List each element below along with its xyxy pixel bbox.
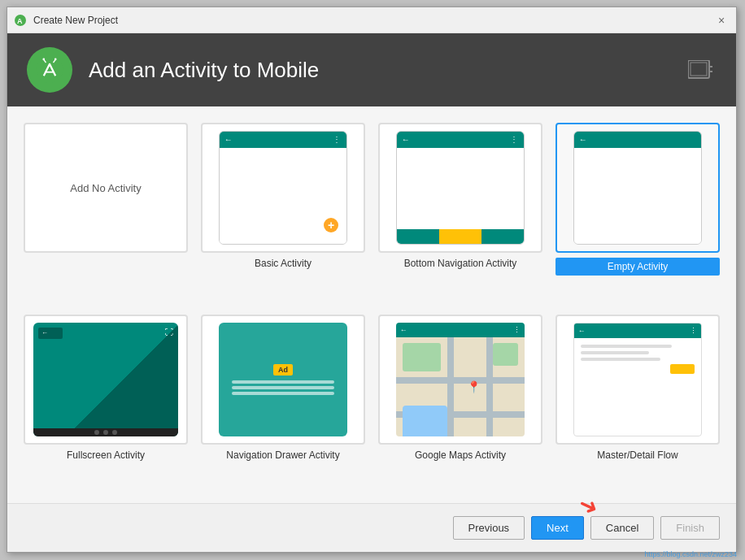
tablet-icon <box>684 54 717 86</box>
basic-activity-label: Basic Activity <box>251 258 315 269</box>
app-icon: A <box>14 14 27 27</box>
finish-button[interactable]: Finish <box>660 516 720 540</box>
empty-activity-item[interactable]: ← Empty Activity <box>555 123 720 302</box>
bottom-bar <box>33 428 178 436</box>
road-h1 <box>396 377 525 384</box>
detail-mock: ← ⋮ <box>573 323 702 436</box>
cancel-button[interactable]: Cancel <box>590 516 654 540</box>
bottom-nav-topbar: ← ⋮ <box>397 132 524 148</box>
fullscreen-label: Fullscreen Activity <box>63 449 148 461</box>
empty-activity-label: Empty Activity <box>555 258 720 276</box>
back-arrow4-icon: ← <box>41 329 48 336</box>
bottom-nav-item[interactable]: ← ⋮ Bottom Navigation Activity <box>378 123 542 302</box>
fab-button: + <box>324 218 338 232</box>
map-green-1 <box>403 343 442 371</box>
bnav-item-2 <box>439 229 481 244</box>
detail-line-1 <box>581 345 672 348</box>
nav-drawer-preview: Ad <box>201 315 365 445</box>
footer: ➜ Previous Next Cancel Finish <box>7 503 736 552</box>
back-arrow2-icon: ← <box>402 135 410 144</box>
no-activity-item[interactable]: Add No Activity <box>24 123 188 302</box>
fullscreen-mock: ← ⛶ <box>33 323 178 436</box>
content-area: Add No Activity ← ⋮ + <box>7 106 736 503</box>
fullscreen-body <box>33 323 178 436</box>
basic-body: + <box>220 148 346 244</box>
nav-drawer-label: Navigation Drawer Activity <box>223 449 342 461</box>
basic-phone-mock: ← ⋮ + <box>219 131 347 245</box>
header: Add an Activity to Mobile <box>7 33 736 106</box>
svg-point-7 <box>54 59 57 61</box>
android-logo <box>27 47 72 93</box>
detail-topbar: ← ⋮ <box>574 323 701 338</box>
bottom-nav-phone: ← ⋮ <box>396 131 525 245</box>
main-window: A Create New Project × Add an Activity t… <box>7 7 737 553</box>
maps-label: Google Maps Activity <box>412 449 509 461</box>
menu-dots2-icon: ⋮ <box>510 135 519 144</box>
ad-line-3 <box>232 392 334 395</box>
fullscreen-topbar: ← <box>38 328 63 339</box>
map-bg: 📍 <box>396 337 525 436</box>
next-button[interactable]: Next <box>531 516 584 540</box>
fullscreen-preview: ← ⛶ <box>24 315 188 445</box>
detail-line-2 <box>581 351 649 354</box>
bottom-nav-preview: ← ⋮ <box>378 123 542 253</box>
detail-line-3 <box>581 358 660 361</box>
map-dots-icon: ⋮ <box>513 326 521 334</box>
ad-badge: Ad <box>273 364 293 376</box>
expand-icon: ⛶ <box>165 328 173 336</box>
maps-item[interactable]: ← ⋮ <box>378 315 542 487</box>
page-title: Add an Activity to Mobile <box>89 58 319 83</box>
previous-button[interactable]: Previous <box>453 516 525 540</box>
activity-grid: Add No Activity ← ⋮ + <box>24 123 720 487</box>
no-activity-preview: Add No Activity <box>24 123 188 253</box>
basic-activity-item[interactable]: ← ⋮ + Basic Activity <box>201 123 365 302</box>
window-title: Create New Project <box>33 15 713 26</box>
empty-topbar: ← <box>574 132 701 148</box>
svg-point-6 <box>42 59 45 61</box>
nav-drawer-item[interactable]: Ad Navigation Drawer Activity <box>201 315 365 487</box>
nav-dot-2 <box>103 430 108 435</box>
master-detail-preview: ← ⋮ <box>555 315 720 445</box>
no-activity-label-inner: Add No Activity <box>70 182 141 194</box>
diagonal-line <box>33 323 178 436</box>
back-arrow-icon: ← <box>224 135 233 144</box>
road-v1 <box>447 337 454 436</box>
menu-dots-icon: ⋮ <box>333 135 342 144</box>
ad-line-1 <box>232 380 334 384</box>
ad-mock: Ad <box>219 323 347 436</box>
bnav-item-3 <box>481 229 524 244</box>
back-arrow3-icon: ← <box>579 135 587 144</box>
fullscreen-item[interactable]: ← ⛶ Fullscreen Activity <box>24 315 188 487</box>
ad-line-2 <box>232 386 334 389</box>
nav-dot-3 <box>112 430 117 435</box>
nav-dot-1 <box>94 430 99 435</box>
bottom-nav-label: Bottom Navigation Activity <box>401 258 521 269</box>
detail-arrow-icon: ← <box>578 327 586 335</box>
watermark: https://blog.csdn.net/zwz234 <box>644 550 737 558</box>
bottom-nav-body <box>397 148 524 229</box>
title-bar: A Create New Project × <box>7 7 736 33</box>
close-button[interactable]: × <box>713 12 730 28</box>
basic-topbar: ← ⋮ <box>220 132 346 148</box>
empty-activity-preview: ← <box>555 123 720 253</box>
map-arrow-icon: ← <box>400 326 407 334</box>
map-green-2 <box>493 343 519 366</box>
map-mock: ← ⋮ <box>396 323 525 436</box>
empty-phone: ← <box>573 131 702 245</box>
master-detail-item[interactable]: ← ⋮ Master/Detail Flow <box>555 315 720 487</box>
detail-action-btn <box>670 364 695 374</box>
map-water <box>403 406 447 436</box>
master-detail-label: Master/Detail Flow <box>594 449 681 461</box>
svg-point-2 <box>37 57 63 83</box>
basic-activity-preview: ← ⋮ + <box>201 123 365 253</box>
svg-text:A: A <box>17 17 23 25</box>
road-v2 <box>486 337 493 436</box>
maps-preview: ← ⋮ <box>378 315 542 445</box>
ad-lines <box>227 380 339 395</box>
map-topbar: ← ⋮ <box>396 323 525 337</box>
empty-body <box>574 148 701 244</box>
detail-content <box>574 338 701 436</box>
map-pin-icon: 📍 <box>467 380 481 393</box>
svg-rect-9 <box>691 63 707 76</box>
bnav-item-1 <box>397 229 439 244</box>
